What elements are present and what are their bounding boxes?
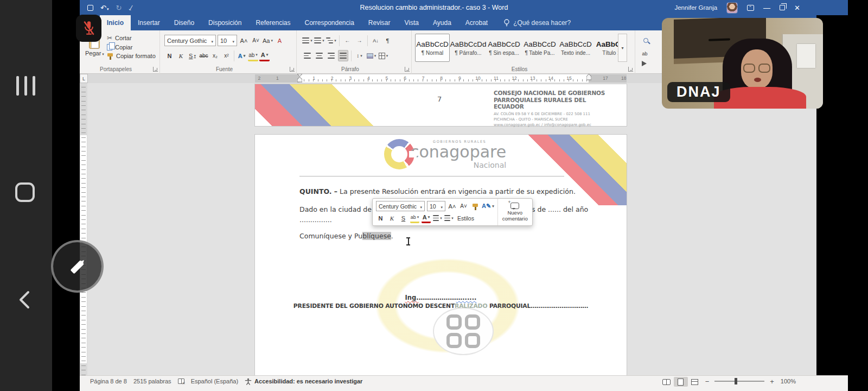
mini-bold-button[interactable]: N	[376, 213, 385, 223]
restore-button[interactable]	[780, 5, 785, 10]
font-size-combo[interactable]: 10	[218, 35, 237, 46]
find-button[interactable]	[641, 35, 651, 46]
shading-button[interactable]	[366, 50, 376, 61]
highlight-button[interactable]: ab	[248, 50, 258, 61]
save-icon[interactable]	[87, 5, 93, 11]
mini-font-size-combo[interactable]: 10	[427, 201, 445, 211]
new-comment-button[interactable]: Nuevocomentario	[497, 199, 532, 225]
home-icon[interactable]	[15, 182, 35, 202]
mini-format-painter-button[interactable]	[470, 201, 480, 211]
ribbon-display-options-icon[interactable]	[747, 5, 754, 11]
web-layout-button[interactable]	[688, 377, 702, 387]
mini-numbering-button[interactable]	[444, 213, 454, 223]
bullets-button[interactable]	[302, 35, 312, 46]
status-page-count[interactable]: Página 8 de 8	[87, 377, 130, 386]
line-spacing-button[interactable]: ↕	[354, 50, 365, 61]
align-right-button[interactable]	[326, 50, 336, 61]
ribbon-tab[interactable]: Correspondencia	[297, 15, 361, 30]
status-word-count[interactable]: 2515 palabras	[130, 377, 175, 386]
ribbon-tab[interactable]: Inicio	[100, 15, 131, 30]
strikethrough-button[interactable]: abc	[199, 50, 209, 61]
page-8[interactable]: GOBIERNOS RURALES conagopare Nacional QU…	[255, 135, 627, 375]
mini-italic-button[interactable]: K	[387, 213, 397, 223]
paragraph-dialog-launcher[interactable]	[405, 67, 410, 72]
close-button[interactable]: ✕	[794, 4, 800, 11]
format-painter-button[interactable]: Copiar formato	[107, 53, 156, 59]
style-card[interactable]: AaBbCcD Texto inde...	[558, 34, 593, 62]
ribbon-tab[interactable]: Referencias	[248, 15, 297, 30]
qat-customize-button[interactable]: ⸔	[129, 4, 133, 11]
cut-button[interactable]: ✂ Cortar	[107, 34, 156, 42]
underline-button[interactable]: S	[187, 50, 197, 61]
zoom-level[interactable]: 100%	[777, 377, 799, 386]
status-proofing[interactable]	[175, 377, 188, 386]
redo-button[interactable]: ↻	[116, 4, 122, 11]
ribbon-tab[interactable]: Insertar	[131, 15, 167, 30]
justify-button[interactable]	[338, 50, 348, 61]
read-mode-button[interactable]	[660, 377, 674, 387]
mini-styles-button[interactable]: Estilos	[456, 213, 476, 223]
zoom-out-button[interactable]: −	[702, 377, 713, 386]
mini-highlight-button[interactable]: ab	[410, 213, 419, 223]
font-color-button[interactable]: A	[259, 50, 270, 61]
document-canvas[interactable]: 7 CONSEJO NACIONAL DE GOBIERNOS PARROQUI…	[80, 83, 848, 375]
font-dialog-launcher[interactable]	[290, 67, 295, 72]
tell-me-box[interactable]: ¿Qué desea hacer?	[503, 15, 571, 30]
zoom-slider[interactable]	[714, 381, 764, 382]
copy-button[interactable]: Copiar	[107, 44, 156, 51]
sort-button[interactable]: A↓	[371, 35, 381, 46]
tab-selector[interactable]: L	[80, 74, 88, 83]
mini-bullets-button[interactable]	[433, 213, 442, 223]
ribbon-tab[interactable]: Revisar	[361, 15, 398, 30]
zoom-slider-thumb[interactable]	[735, 378, 737, 384]
superscript-button[interactable]: x²	[221, 50, 232, 61]
replace-button[interactable]: ab	[640, 48, 650, 59]
participant-video-tile[interactable]: DNAJ	[662, 18, 823, 109]
decrease-indent-button[interactable]: ←	[342, 35, 353, 46]
align-center-button[interactable]	[314, 50, 324, 61]
zoom-in-button[interactable]: +	[767, 377, 777, 386]
ribbon-tab[interactable]: Diseño	[167, 15, 201, 30]
account-avatar[interactable]	[726, 2, 738, 14]
show-marks-button[interactable]: ¶	[382, 35, 393, 46]
ribbon-tab[interactable]: Acrobat	[458, 15, 495, 30]
mini-shrink-font-button[interactable]: A˅	[459, 201, 468, 211]
recents-icon[interactable]	[16, 76, 35, 96]
style-card[interactable]: AaBbCcDd ¶ Párrafo...	[451, 34, 486, 62]
more-styles-button[interactable]: ▾	[618, 34, 627, 62]
back-icon[interactable]	[17, 290, 31, 310]
font-family-combo[interactable]: Century Gothic	[164, 35, 216, 46]
status-language[interactable]: Español (España)	[188, 377, 241, 386]
ribbon-tab[interactable]: Disposición	[201, 15, 248, 30]
mini-grow-font-button[interactable]: A˄	[448, 201, 457, 211]
microphone-muted-button[interactable]	[76, 15, 101, 42]
grow-font-button[interactable]: A˄	[239, 35, 249, 46]
increase-indent-button[interactable]: →	[354, 35, 365, 46]
borders-button[interactable]	[378, 50, 388, 61]
styles-dialog-launcher[interactable]	[628, 67, 633, 72]
print-layout-button[interactable]	[674, 377, 688, 387]
minimize-button[interactable]: —	[763, 4, 770, 11]
account-name[interactable]: Jennifer Granja	[674, 4, 717, 11]
subscript-button[interactable]: x₂	[210, 50, 220, 61]
style-card[interactable]: AaBbCcD ¶ Sin espa...	[487, 34, 521, 62]
status-accessibility[interactable]: Accesibilidad: es necesario investigar	[241, 377, 366, 386]
undo-button[interactable]: ↶▾	[100, 4, 108, 11]
clear-formatting-button[interactable]: A	[275, 35, 285, 46]
annotate-pencil-button[interactable]	[51, 240, 104, 293]
italic-button[interactable]: K	[176, 50, 186, 61]
style-card[interactable]: AaBbCcD ¶ Table Pa...	[522, 34, 557, 62]
multilevel-list-button[interactable]	[326, 35, 336, 46]
text-effects-button[interactable]: A	[237, 50, 247, 61]
page-7[interactable]: 7 CONSEJO NACIONAL DE GOBIERNOS PARROQUI…	[255, 84, 627, 126]
ribbon-tab[interactable]: Vista	[398, 15, 426, 30]
select-arrow-icon[interactable]	[642, 61, 649, 66]
bold-button[interactable]: N	[164, 50, 175, 61]
mini-styles-pen-button[interactable]: A✎	[482, 201, 494, 211]
ribbon-tab[interactable]: Ayuda	[426, 15, 458, 30]
mini-font-family-combo[interactable]: Century Gothic	[376, 201, 425, 211]
shrink-font-button[interactable]: A˅	[251, 35, 261, 46]
style-card[interactable]: AaBbCcD ¶ Normal	[415, 34, 450, 62]
change-case-button[interactable]: Aa	[263, 35, 273, 46]
mini-underline-button[interactable]: S	[399, 213, 408, 223]
